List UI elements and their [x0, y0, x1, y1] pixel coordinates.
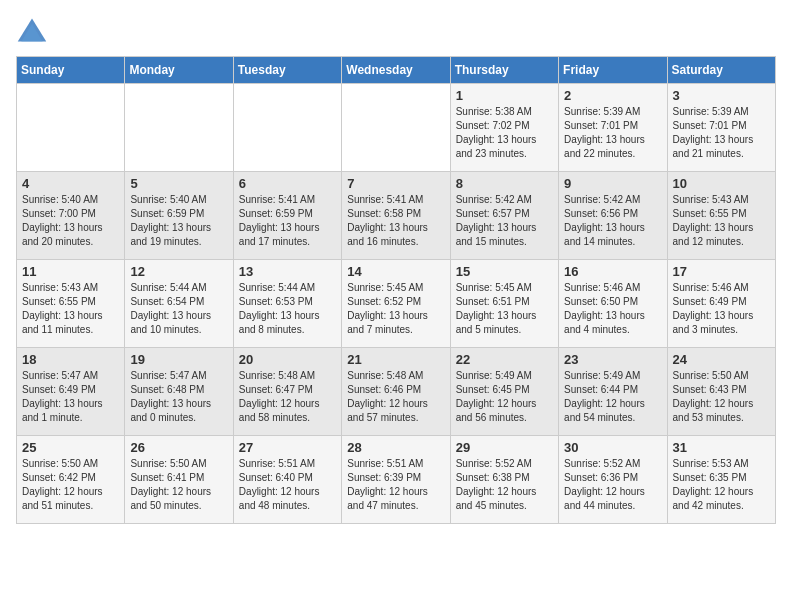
day-number: 15 — [456, 264, 553, 279]
column-header-sunday: Sunday — [17, 57, 125, 84]
calendar-cell — [342, 84, 450, 172]
day-number: 7 — [347, 176, 444, 191]
calendar-week-3: 11Sunrise: 5:43 AM Sunset: 6:55 PM Dayli… — [17, 260, 776, 348]
column-header-friday: Friday — [559, 57, 667, 84]
day-info: Sunrise: 5:48 AM Sunset: 6:46 PM Dayligh… — [347, 369, 444, 425]
calendar-cell — [17, 84, 125, 172]
calendar-cell: 28Sunrise: 5:51 AM Sunset: 6:39 PM Dayli… — [342, 436, 450, 524]
column-header-saturday: Saturday — [667, 57, 775, 84]
day-info: Sunrise: 5:40 AM Sunset: 6:59 PM Dayligh… — [130, 193, 227, 249]
day-number: 18 — [22, 352, 119, 367]
day-info: Sunrise: 5:46 AM Sunset: 6:50 PM Dayligh… — [564, 281, 661, 337]
logo — [16, 16, 52, 44]
day-info: Sunrise: 5:41 AM Sunset: 6:58 PM Dayligh… — [347, 193, 444, 249]
day-number: 20 — [239, 352, 336, 367]
day-info: Sunrise: 5:49 AM Sunset: 6:44 PM Dayligh… — [564, 369, 661, 425]
calendar-cell: 19Sunrise: 5:47 AM Sunset: 6:48 PM Dayli… — [125, 348, 233, 436]
day-info: Sunrise: 5:51 AM Sunset: 6:40 PM Dayligh… — [239, 457, 336, 513]
column-header-tuesday: Tuesday — [233, 57, 341, 84]
calendar-cell: 22Sunrise: 5:49 AM Sunset: 6:45 PM Dayli… — [450, 348, 558, 436]
day-number: 19 — [130, 352, 227, 367]
calendar-cell: 26Sunrise: 5:50 AM Sunset: 6:41 PM Dayli… — [125, 436, 233, 524]
day-number: 6 — [239, 176, 336, 191]
day-info: Sunrise: 5:39 AM Sunset: 7:01 PM Dayligh… — [564, 105, 661, 161]
calendar-cell: 1Sunrise: 5:38 AM Sunset: 7:02 PM Daylig… — [450, 84, 558, 172]
day-number: 27 — [239, 440, 336, 455]
day-number: 16 — [564, 264, 661, 279]
day-number: 1 — [456, 88, 553, 103]
day-info: Sunrise: 5:43 AM Sunset: 6:55 PM Dayligh… — [22, 281, 119, 337]
calendar-cell: 6Sunrise: 5:41 AM Sunset: 6:59 PM Daylig… — [233, 172, 341, 260]
day-info: Sunrise: 5:39 AM Sunset: 7:01 PM Dayligh… — [673, 105, 770, 161]
calendar-cell: 31Sunrise: 5:53 AM Sunset: 6:35 PM Dayli… — [667, 436, 775, 524]
column-header-monday: Monday — [125, 57, 233, 84]
day-number: 3 — [673, 88, 770, 103]
calendar-cell: 24Sunrise: 5:50 AM Sunset: 6:43 PM Dayli… — [667, 348, 775, 436]
calendar-cell: 23Sunrise: 5:49 AM Sunset: 6:44 PM Dayli… — [559, 348, 667, 436]
calendar-week-5: 25Sunrise: 5:50 AM Sunset: 6:42 PM Dayli… — [17, 436, 776, 524]
logo-icon — [16, 16, 48, 44]
day-info: Sunrise: 5:50 AM Sunset: 6:43 PM Dayligh… — [673, 369, 770, 425]
calendar-cell: 20Sunrise: 5:48 AM Sunset: 6:47 PM Dayli… — [233, 348, 341, 436]
day-number: 10 — [673, 176, 770, 191]
calendar-cell: 25Sunrise: 5:50 AM Sunset: 6:42 PM Dayli… — [17, 436, 125, 524]
calendar-cell — [233, 84, 341, 172]
day-info: Sunrise: 5:44 AM Sunset: 6:53 PM Dayligh… — [239, 281, 336, 337]
day-info: Sunrise: 5:41 AM Sunset: 6:59 PM Dayligh… — [239, 193, 336, 249]
day-info: Sunrise: 5:46 AM Sunset: 6:49 PM Dayligh… — [673, 281, 770, 337]
calendar-cell: 18Sunrise: 5:47 AM Sunset: 6:49 PM Dayli… — [17, 348, 125, 436]
day-number: 30 — [564, 440, 661, 455]
day-info: Sunrise: 5:47 AM Sunset: 6:49 PM Dayligh… — [22, 369, 119, 425]
day-info: Sunrise: 5:42 AM Sunset: 6:56 PM Dayligh… — [564, 193, 661, 249]
day-info: Sunrise: 5:42 AM Sunset: 6:57 PM Dayligh… — [456, 193, 553, 249]
day-number: 17 — [673, 264, 770, 279]
day-info: Sunrise: 5:43 AM Sunset: 6:55 PM Dayligh… — [673, 193, 770, 249]
day-number: 26 — [130, 440, 227, 455]
day-info: Sunrise: 5:49 AM Sunset: 6:45 PM Dayligh… — [456, 369, 553, 425]
calendar-cell: 10Sunrise: 5:43 AM Sunset: 6:55 PM Dayli… — [667, 172, 775, 260]
day-info: Sunrise: 5:53 AM Sunset: 6:35 PM Dayligh… — [673, 457, 770, 513]
calendar-cell: 14Sunrise: 5:45 AM Sunset: 6:52 PM Dayli… — [342, 260, 450, 348]
calendar-cell: 16Sunrise: 5:46 AM Sunset: 6:50 PM Dayli… — [559, 260, 667, 348]
calendar-header-row: SundayMondayTuesdayWednesdayThursdayFrid… — [17, 57, 776, 84]
calendar-cell: 13Sunrise: 5:44 AM Sunset: 6:53 PM Dayli… — [233, 260, 341, 348]
day-number: 23 — [564, 352, 661, 367]
calendar-cell: 29Sunrise: 5:52 AM Sunset: 6:38 PM Dayli… — [450, 436, 558, 524]
day-number: 12 — [130, 264, 227, 279]
day-info: Sunrise: 5:52 AM Sunset: 6:38 PM Dayligh… — [456, 457, 553, 513]
day-number: 13 — [239, 264, 336, 279]
day-number: 22 — [456, 352, 553, 367]
day-info: Sunrise: 5:52 AM Sunset: 6:36 PM Dayligh… — [564, 457, 661, 513]
day-number: 31 — [673, 440, 770, 455]
day-number: 25 — [22, 440, 119, 455]
calendar-cell: 7Sunrise: 5:41 AM Sunset: 6:58 PM Daylig… — [342, 172, 450, 260]
calendar-cell: 15Sunrise: 5:45 AM Sunset: 6:51 PM Dayli… — [450, 260, 558, 348]
calendar-cell: 27Sunrise: 5:51 AM Sunset: 6:40 PM Dayli… — [233, 436, 341, 524]
day-info: Sunrise: 5:47 AM Sunset: 6:48 PM Dayligh… — [130, 369, 227, 425]
day-info: Sunrise: 5:45 AM Sunset: 6:51 PM Dayligh… — [456, 281, 553, 337]
day-number: 14 — [347, 264, 444, 279]
calendar-week-1: 1Sunrise: 5:38 AM Sunset: 7:02 PM Daylig… — [17, 84, 776, 172]
day-info: Sunrise: 5:48 AM Sunset: 6:47 PM Dayligh… — [239, 369, 336, 425]
day-info: Sunrise: 5:50 AM Sunset: 6:41 PM Dayligh… — [130, 457, 227, 513]
day-info: Sunrise: 5:45 AM Sunset: 6:52 PM Dayligh… — [347, 281, 444, 337]
calendar-cell: 8Sunrise: 5:42 AM Sunset: 6:57 PM Daylig… — [450, 172, 558, 260]
calendar-cell: 11Sunrise: 5:43 AM Sunset: 6:55 PM Dayli… — [17, 260, 125, 348]
day-number: 8 — [456, 176, 553, 191]
day-number: 4 — [22, 176, 119, 191]
calendar-week-4: 18Sunrise: 5:47 AM Sunset: 6:49 PM Dayli… — [17, 348, 776, 436]
calendar-cell: 17Sunrise: 5:46 AM Sunset: 6:49 PM Dayli… — [667, 260, 775, 348]
calendar-table: SundayMondayTuesdayWednesdayThursdayFrid… — [16, 56, 776, 524]
calendar-cell: 12Sunrise: 5:44 AM Sunset: 6:54 PM Dayli… — [125, 260, 233, 348]
page-header — [16, 16, 776, 44]
calendar-cell: 9Sunrise: 5:42 AM Sunset: 6:56 PM Daylig… — [559, 172, 667, 260]
day-number: 9 — [564, 176, 661, 191]
column-header-thursday: Thursday — [450, 57, 558, 84]
calendar-cell — [125, 84, 233, 172]
day-info: Sunrise: 5:40 AM Sunset: 7:00 PM Dayligh… — [22, 193, 119, 249]
column-header-wednesday: Wednesday — [342, 57, 450, 84]
day-number: 29 — [456, 440, 553, 455]
calendar-cell: 30Sunrise: 5:52 AM Sunset: 6:36 PM Dayli… — [559, 436, 667, 524]
calendar-week-2: 4Sunrise: 5:40 AM Sunset: 7:00 PM Daylig… — [17, 172, 776, 260]
calendar-cell: 21Sunrise: 5:48 AM Sunset: 6:46 PM Dayli… — [342, 348, 450, 436]
